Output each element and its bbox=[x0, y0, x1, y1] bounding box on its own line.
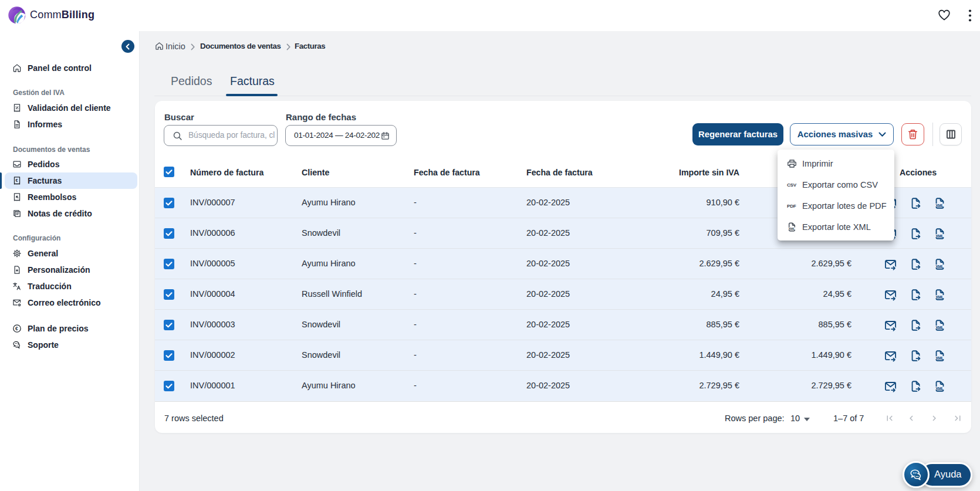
svg-text:€: € bbox=[16, 178, 18, 182]
svg-text:XML: XML bbox=[935, 326, 944, 330]
svg-text:XML: XML bbox=[935, 265, 944, 269]
svg-text:XML: XML bbox=[935, 234, 944, 238]
svg-text:XML: XML bbox=[935, 387, 944, 391]
svg-text:XML: XML bbox=[935, 356, 944, 360]
svg-text:XML: XML bbox=[935, 204, 944, 208]
svg-text:XML: XML bbox=[935, 295, 944, 299]
svg-text:€: € bbox=[15, 326, 18, 331]
svg-text:XML: XML bbox=[789, 227, 796, 231]
